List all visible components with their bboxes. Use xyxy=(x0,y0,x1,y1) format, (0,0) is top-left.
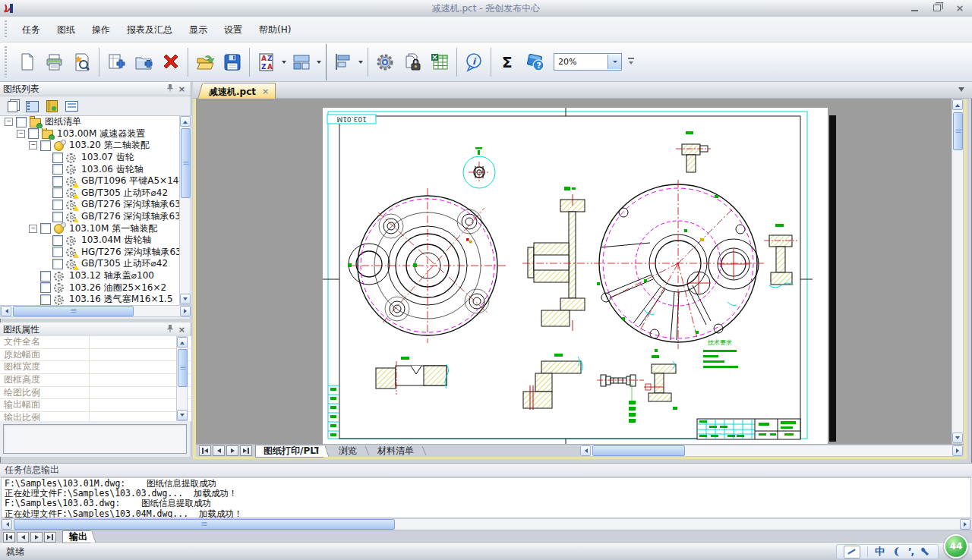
minimize-button[interactable] xyxy=(908,2,920,13)
catalog-book-icon[interactable] xyxy=(44,99,59,113)
tree-item[interactable]: GB/T1096 平键A5×14 xyxy=(0,175,191,187)
pin-icon[interactable] xyxy=(164,324,176,335)
tree-item[interactable]: HG/T276 深沟球轴承63 xyxy=(0,247,191,259)
scrollbar-thumb[interactable] xyxy=(953,112,963,150)
menu-task[interactable]: 任务 xyxy=(14,17,49,42)
property-row[interactable]: 输出比例 xyxy=(0,412,191,421)
tab-list-dropdown-icon[interactable] xyxy=(958,87,964,95)
details-view-icon[interactable] xyxy=(64,99,79,113)
scroll-down-button[interactable] xyxy=(952,433,963,443)
speedup-ball-badge[interactable]: 44 xyxy=(944,534,968,558)
ime-punctuation-toggle[interactable]: ’, xyxy=(908,546,914,557)
property-row[interactable]: 原始幅面 xyxy=(0,349,191,362)
tree-checkbox[interactable] xyxy=(52,235,63,246)
menu-report[interactable]: 报表及汇总 xyxy=(118,17,181,42)
tree-item[interactable]: −103.10M 第一轴装配 xyxy=(0,222,191,234)
tree-checkbox[interactable] xyxy=(52,200,63,210)
tree-item[interactable]: 103.06 齿轮轴 xyxy=(0,163,191,175)
publish-button[interactable] xyxy=(399,46,426,79)
settings-gear-button[interactable] xyxy=(371,46,399,79)
delete-button[interactable] xyxy=(157,46,185,79)
tree-item[interactable]: GB/T305 止动环⌀42 xyxy=(0,187,191,200)
menu-display[interactable]: 显示 xyxy=(181,17,216,42)
tree-horizontal-scrollbar[interactable] xyxy=(0,305,191,317)
align-dropdown[interactable] xyxy=(357,46,364,79)
first-tab-button[interactable] xyxy=(3,532,15,543)
tree-item[interactable]: 103.04M 齿轮轴 xyxy=(0,234,191,247)
scroll-left-button[interactable] xyxy=(580,445,591,456)
tree-item[interactable]: −103.00M 减速器装置 xyxy=(0,128,191,140)
tree-checkbox[interactable] xyxy=(16,117,27,127)
menu-settings[interactable]: 设置 xyxy=(216,17,251,42)
scrollbar-thumb[interactable] xyxy=(14,519,395,530)
toolbar-grip[interactable] xyxy=(5,46,7,77)
scroll-up-button[interactable] xyxy=(952,99,963,110)
close-panel-icon[interactable]: × xyxy=(176,325,188,335)
tree-checkbox[interactable] xyxy=(52,259,63,269)
tab-bom[interactable]: 材料清单 xyxy=(370,445,421,457)
menubar-grip[interactable] xyxy=(5,20,7,38)
tree-checkbox[interactable] xyxy=(40,282,51,293)
prev-tab-button[interactable] xyxy=(213,445,225,456)
scroll-right-button[interactable] xyxy=(952,445,963,456)
close-panel-icon[interactable]: × xyxy=(176,84,188,94)
tree-checkbox[interactable] xyxy=(52,187,63,198)
tree-expander[interactable]: − xyxy=(17,130,25,138)
property-row[interactable]: 输出幅面 xyxy=(0,399,191,412)
ime-language-toggle[interactable]: 中 xyxy=(875,545,885,558)
zoom-combobox[interactable]: 20% xyxy=(554,53,622,71)
tree-checkbox[interactable] xyxy=(40,140,51,151)
drawing-canvas[interactable]: 103.01M xyxy=(196,99,951,444)
print-button[interactable] xyxy=(41,46,68,79)
scrollbar-thumb[interactable] xyxy=(592,445,685,456)
sort-button[interactable]: AZZA xyxy=(253,46,280,79)
copy-list-icon[interactable] xyxy=(5,99,20,113)
scroll-left-button[interactable] xyxy=(1,306,11,316)
tree-item[interactable]: 103.16 透气塞M16×1.5 xyxy=(0,294,191,306)
sum-button[interactable]: Σ xyxy=(494,46,522,79)
menu-help[interactable]: 帮助(H) xyxy=(251,17,299,42)
output-horizontal-scrollbar[interactable] xyxy=(1,518,971,530)
layout-button[interactable] xyxy=(288,46,315,79)
ime-fullhalf-moon-icon[interactable] xyxy=(892,546,901,557)
align-button[interactable] xyxy=(330,46,357,79)
canvas-horizontal-scrollbar[interactable] xyxy=(579,445,964,457)
tree-item[interactable]: −103.20 第二轴装配 xyxy=(0,140,191,152)
tree-expander[interactable]: − xyxy=(29,141,37,149)
scroll-up-button[interactable] xyxy=(180,116,191,127)
tree-checkbox[interactable] xyxy=(40,294,51,305)
property-row[interactable]: 图框高度 xyxy=(0,374,191,387)
layout-dropdown[interactable] xyxy=(315,46,323,79)
zoom-dropdown-button[interactable] xyxy=(608,55,621,69)
pin-icon[interactable] xyxy=(164,83,176,94)
tree-item[interactable]: 103.26 油圈25×16×2 xyxy=(0,282,191,294)
menu-operation[interactable]: 操作 xyxy=(84,17,118,42)
last-tab-button[interactable] xyxy=(240,445,252,456)
tree-checkbox[interactable] xyxy=(40,271,51,282)
next-tab-button[interactable] xyxy=(30,532,43,543)
tree-item[interactable]: GB/T276 深沟球轴承63 xyxy=(0,199,191,211)
tree-item[interactable]: 103.07 齿轮 xyxy=(0,152,191,164)
tree-expander[interactable]: − xyxy=(5,118,13,126)
scroll-down-button[interactable] xyxy=(177,410,188,420)
print-preview-button[interactable] xyxy=(68,46,96,79)
close-tab-icon[interactable]: × xyxy=(262,84,269,99)
menu-drawing[interactable]: 图纸 xyxy=(49,17,84,42)
tree-item[interactable]: 103.12 轴承盖⌀100 xyxy=(0,270,191,282)
scroll-right-button[interactable] xyxy=(960,519,970,530)
property-row[interactable]: 绘图比例 xyxy=(0,387,191,400)
tree-checkbox[interactable] xyxy=(40,223,51,234)
scroll-down-button[interactable] xyxy=(180,294,191,304)
tab-output[interactable]: 输出 xyxy=(62,530,90,543)
close-button[interactable]: × xyxy=(954,2,966,13)
tree-checkbox[interactable] xyxy=(52,164,63,175)
report-view-icon[interactable] xyxy=(24,99,39,113)
save-button[interactable] xyxy=(219,46,246,79)
canvas-vertical-scrollbar[interactable] xyxy=(951,99,964,444)
scrollbar-thumb[interactable] xyxy=(181,128,191,198)
tree-checkbox[interactable] xyxy=(52,176,63,187)
restore-button[interactable] xyxy=(931,2,943,13)
tree-item[interactable]: GB/T276 深沟球轴承63 xyxy=(0,211,191,223)
next-tab-button[interactable] xyxy=(226,445,238,456)
last-tab-button[interactable] xyxy=(44,532,56,543)
